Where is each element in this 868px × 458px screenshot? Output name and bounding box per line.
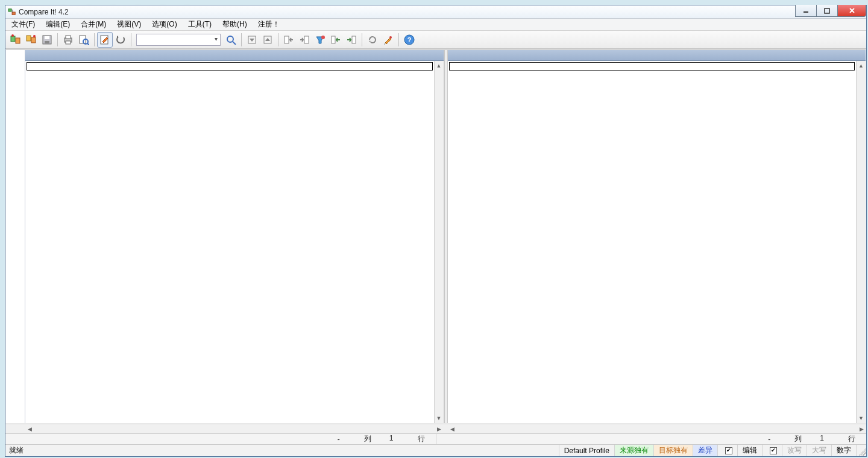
- right-hscroll[interactable]: ◀ ▶: [447, 424, 866, 433]
- menu-options[interactable]: 选项(O): [149, 18, 179, 31]
- svg-rect-7: [16, 38, 20, 43]
- open-files-icon: [25, 34, 37, 46]
- options-button[interactable]: [380, 32, 396, 48]
- scroll-right-icon[interactable]: ▶: [434, 424, 444, 433]
- right-pane-header[interactable]: [448, 50, 866, 61]
- left-line-1[interactable]: [27, 62, 433, 71]
- left-hscroll[interactable]: ◀ ▶: [25, 424, 444, 433]
- svg-rect-26: [285, 36, 289, 43]
- magnifier-icon: [225, 34, 236, 45]
- new-compare-button[interactable]: [8, 32, 24, 48]
- toolbar-separator: [131, 33, 131, 46]
- copy-right-icon: [299, 34, 310, 45]
- copy-left-button[interactable]: [281, 32, 297, 48]
- left-pane: ▲ ▼: [25, 50, 444, 423]
- options-icon: [383, 34, 394, 45]
- status-edit-check[interactable]: ✔: [762, 445, 782, 456]
- merge-left-button[interactable]: [328, 32, 344, 48]
- save-button[interactable]: [39, 32, 55, 48]
- undo-icon: [115, 34, 126, 45]
- merge-right-button[interactable]: [344, 32, 359, 48]
- left-vscroll[interactable]: ▲ ▼: [434, 61, 444, 423]
- scroll-left-icon[interactable]: ◀: [447, 424, 457, 433]
- toolbar-separator: [241, 33, 242, 46]
- svg-rect-6: [11, 36, 15, 42]
- status-diff-check[interactable]: ✔: [717, 445, 737, 456]
- open-files-button[interactable]: [24, 32, 39, 48]
- right-line-1[interactable]: [449, 62, 855, 71]
- toolbar-separator: [278, 33, 278, 46]
- menu-register[interactable]: 注册！: [256, 18, 282, 31]
- titlebar: Compare It! 4.2: [5, 5, 866, 19]
- minimize-icon: [803, 8, 809, 14]
- copy-left-icon: [283, 34, 294, 45]
- status-diff[interactable]: 差异: [693, 445, 717, 456]
- maximize-button[interactable]: [816, 5, 838, 17]
- menu-tools[interactable]: 工具(T): [186, 18, 214, 31]
- menubar: 文件(F) 编辑(E) 合并(M) 视图(V) 选项(O) 工具(T) 帮助(H…: [5, 19, 866, 31]
- right-vscroll[interactable]: ▲ ▼: [856, 61, 866, 423]
- help-icon: ?: [404, 34, 415, 45]
- scroll-right-icon[interactable]: ▶: [857, 424, 866, 433]
- menu-edit[interactable]: 编辑(E): [43, 18, 72, 31]
- left-position: - 列 1 行: [5, 434, 436, 444]
- refresh-button[interactable]: [365, 32, 380, 48]
- help-button[interactable]: ?: [401, 32, 417, 48]
- status-source-only[interactable]: 来源独有: [614, 445, 653, 456]
- scroll-down-icon[interactable]: ▼: [435, 413, 444, 423]
- filter-icon: [315, 34, 326, 45]
- svg-rect-14: [45, 41, 49, 43]
- left-pane-header[interactable]: [25, 50, 444, 61]
- maximize-icon: [824, 8, 830, 14]
- toolbar-separator: [362, 33, 362, 46]
- scroll-up-icon[interactable]: ▲: [435, 61, 444, 71]
- overview-gutter[interactable]: [6, 50, 25, 423]
- print-button[interactable]: [60, 32, 76, 48]
- find-button[interactable]: [223, 32, 239, 48]
- print-icon: [63, 34, 74, 45]
- copy-right-button[interactable]: [297, 32, 312, 48]
- svg-rect-27: [304, 36, 309, 43]
- svg-rect-0: [8, 8, 11, 11]
- status-ready: 就绪: [5, 445, 24, 456]
- status-profile[interactable]: Default Profile: [559, 445, 614, 456]
- right-dash: -: [768, 435, 770, 444]
- scroll-left-icon[interactable]: ◀: [25, 424, 34, 433]
- statusbar: 就绪 Default Profile 来源独有 目标独有 差异 ✔ 编辑 ✔ 改…: [5, 444, 866, 456]
- next-diff-button[interactable]: [260, 32, 275, 48]
- resize-grip[interactable]: [856, 445, 866, 456]
- new-compare-icon: [10, 34, 22, 46]
- next-diff-icon: [262, 34, 273, 45]
- status-num: 数字: [831, 445, 856, 456]
- prev-diff-button[interactable]: [244, 32, 260, 48]
- minimize-button[interactable]: [795, 5, 817, 17]
- menu-merge[interactable]: 合并(M): [78, 18, 108, 31]
- status-edit[interactable]: 编辑: [737, 445, 762, 456]
- left-pane-body[interactable]: [25, 61, 434, 423]
- undo-button[interactable]: [113, 32, 128, 48]
- status-caps: 大写: [807, 445, 831, 456]
- print-preview-button[interactable]: [76, 32, 92, 48]
- diff-filter-button[interactable]: [312, 32, 328, 48]
- menu-file[interactable]: 文件(F): [9, 18, 37, 31]
- pencil-icon: [99, 34, 110, 45]
- toolbar-separator: [57, 33, 58, 46]
- hscroll-row: ◀ ▶ ◀ ▶: [5, 424, 866, 433]
- close-button[interactable]: [837, 5, 866, 17]
- menu-view[interactable]: 视图(V): [115, 18, 143, 31]
- scroll-up-icon[interactable]: ▲: [857, 61, 866, 71]
- status-target-only[interactable]: 目标独有: [653, 445, 693, 456]
- position-info-row: - 列 1 行 - 列 1 行: [5, 433, 866, 444]
- left-row-label: 行: [418, 434, 425, 444]
- window-controls: [796, 5, 866, 17]
- svg-text:?: ?: [407, 36, 412, 43]
- svg-rect-16: [66, 36, 71, 39]
- checkbox-icon: ✔: [725, 447, 732, 454]
- checkbox-icon: ✔: [770, 447, 777, 454]
- search-combo[interactable]: [136, 34, 221, 46]
- menu-help[interactable]: 帮助(H): [220, 18, 250, 31]
- right-pane-body[interactable]: [448, 61, 857, 423]
- scroll-down-icon[interactable]: ▼: [857, 413, 866, 423]
- edit-mode-button[interactable]: [97, 32, 113, 48]
- app-icon: [8, 8, 16, 16]
